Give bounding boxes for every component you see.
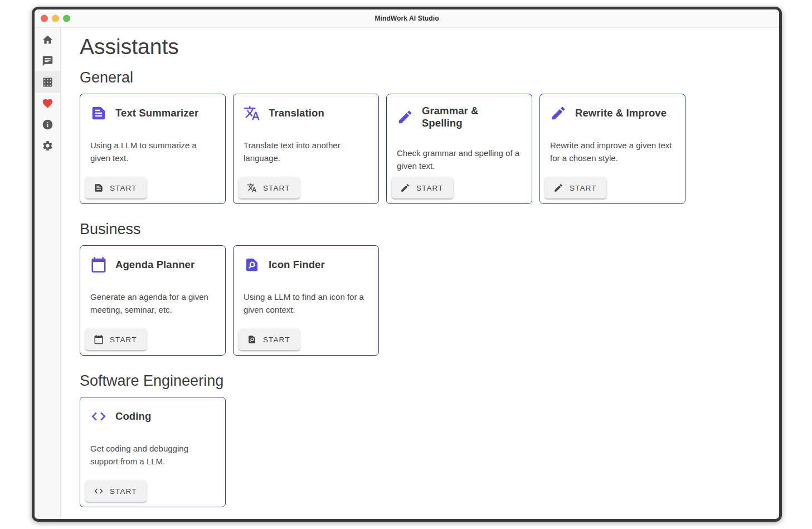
- calendar-icon: [94, 334, 104, 344]
- card-title: Icon Finder: [269, 259, 325, 271]
- doc-search-icon: [244, 256, 260, 273]
- sidebar-item-chat[interactable]: [35, 50, 60, 71]
- cards-row: Text SummarizerUsing a LLM to summarize …: [80, 94, 768, 204]
- start-button-label: START: [263, 336, 290, 344]
- chat-icon: [42, 55, 54, 67]
- card-header: Text Summarizer: [80, 94, 225, 122]
- section-heading: Business: [80, 220, 768, 239]
- card-actions: START: [387, 173, 532, 203]
- start-button-label: START: [570, 184, 597, 192]
- sidebar-item-settings[interactable]: [35, 135, 60, 156]
- info-icon: [42, 119, 54, 130]
- sections-container: GeneralText SummarizerUsing a LLM to sum…: [80, 68, 768, 507]
- sidebar-item-about[interactable]: [35, 114, 60, 135]
- sidebar-item-supporters[interactable]: [35, 93, 60, 114]
- card-header: Icon Finder: [234, 246, 378, 273]
- apps-grid-icon: [42, 76, 54, 88]
- cards-row: CodingGet coding and debugging support f…: [80, 397, 768, 507]
- start-button-coding[interactable]: START: [85, 481, 147, 502]
- titlebar: MindWork AI Studio: [35, 9, 779, 28]
- traffic-lights: [41, 15, 70, 22]
- card-description: Get coding and debugging support from a …: [80, 442, 225, 468]
- card-title: Grammar & Spelling: [422, 105, 522, 129]
- assistant-card-icon-finder: Icon FinderUsing a LLM to find an icon f…: [233, 245, 379, 356]
- start-button-grammar-spelling[interactable]: START: [392, 177, 453, 198]
- doc-search-icon: [247, 334, 257, 344]
- heart-icon: [42, 98, 54, 109]
- app-window: MindWork AI Studio Assistants GeneralTex…: [32, 7, 782, 522]
- main-content: Assistants GeneralText SummarizerUsing a…: [61, 28, 779, 518]
- start-button-translation[interactable]: START: [239, 177, 300, 198]
- card-header: Translation: [234, 94, 378, 122]
- pencil-icon: [550, 105, 567, 122]
- assistant-card-agenda-planner: Agenda PlannerGenerate an agenda for a g…: [80, 245, 226, 356]
- assistant-card-translation: TranslationTranslate text into another l…: [233, 94, 379, 204]
- card-header: Grammar & Spelling: [387, 94, 532, 129]
- window-title: MindWork AI Studio: [375, 14, 439, 22]
- card-description: Using a LLM to summarize a given text.: [80, 139, 225, 164]
- page-title: Assistants: [80, 33, 768, 60]
- card-header: Agenda Planner: [80, 246, 225, 273]
- card-title: Text Summarizer: [115, 107, 198, 119]
- card-description: Rewrite and improve a given text for a c…: [540, 139, 685, 164]
- start-button-text-summarizer[interactable]: START: [85, 177, 147, 198]
- translate-icon: [244, 105, 260, 122]
- card-actions: START: [540, 173, 685, 203]
- card-description: Using a LLM to find an icon for a given …: [234, 290, 378, 316]
- sidebar-item-home[interactable]: [35, 29, 60, 50]
- card-title: Translation: [269, 107, 324, 119]
- card-title: Rewrite & Improve: [575, 107, 667, 119]
- start-button-label: START: [263, 184, 290, 192]
- start-button-label: START: [110, 336, 137, 344]
- start-button-label: START: [110, 487, 137, 496]
- start-button-label: START: [416, 184, 444, 192]
- text-snippet-icon: [90, 105, 107, 122]
- assistant-card-grammar-spelling: Grammar & SpellingCheck grammar and spel…: [386, 94, 532, 204]
- code-icon: [94, 486, 104, 496]
- card-actions: START: [234, 173, 378, 203]
- card-description: Check grammar and spelling of a given te…: [387, 147, 532, 172]
- card-title: Coding: [115, 410, 151, 423]
- card-header: Rewrite & Improve: [540, 94, 685, 122]
- cards-row: Agenda PlannerGenerate an agenda for a g…: [80, 245, 768, 356]
- pencil-icon: [400, 183, 410, 193]
- sidebar: [35, 28, 61, 518]
- code-icon: [90, 408, 107, 425]
- traffic-light-zoom[interactable]: [63, 15, 70, 22]
- home-icon: [42, 34, 54, 46]
- traffic-light-close[interactable]: [41, 15, 48, 22]
- translate-icon: [247, 183, 257, 193]
- card-description: Generate an agenda for a given meeting, …: [80, 290, 225, 316]
- sidebar-item-assistants[interactable]: [35, 71, 60, 93]
- app-body: Assistants GeneralText SummarizerUsing a…: [35, 28, 779, 518]
- card-header: Coding: [80, 397, 225, 425]
- start-button-agenda-planner[interactable]: START: [85, 329, 147, 350]
- card-actions: START: [80, 324, 225, 355]
- traffic-light-minimize[interactable]: [52, 15, 59, 22]
- card-actions: START: [80, 173, 225, 203]
- pencil-icon: [553, 183, 563, 193]
- card-actions: START: [80, 476, 225, 507]
- assistant-card-rewrite-improve: Rewrite & ImproveRewrite and improve a g…: [539, 94, 685, 204]
- assistant-card-coding: CodingGet coding and debugging support f…: [80, 397, 226, 507]
- text-snippet-icon: [94, 183, 104, 193]
- section-heading: Software Engineering: [80, 371, 768, 390]
- gear-icon: [42, 140, 54, 152]
- start-button-icon-finder[interactable]: START: [239, 329, 300, 350]
- start-button-rewrite-improve[interactable]: START: [545, 177, 606, 198]
- assistant-card-text-summarizer: Text SummarizerUsing a LLM to summarize …: [80, 94, 226, 204]
- pencil-icon: [397, 109, 414, 125]
- section-heading: General: [80, 68, 768, 87]
- card-actions: START: [234, 324, 378, 355]
- start-button-label: START: [110, 184, 137, 192]
- calendar-icon: [90, 256, 107, 273]
- card-title: Agenda Planner: [115, 259, 195, 271]
- card-description: Translate text into another language.: [234, 139, 378, 164]
